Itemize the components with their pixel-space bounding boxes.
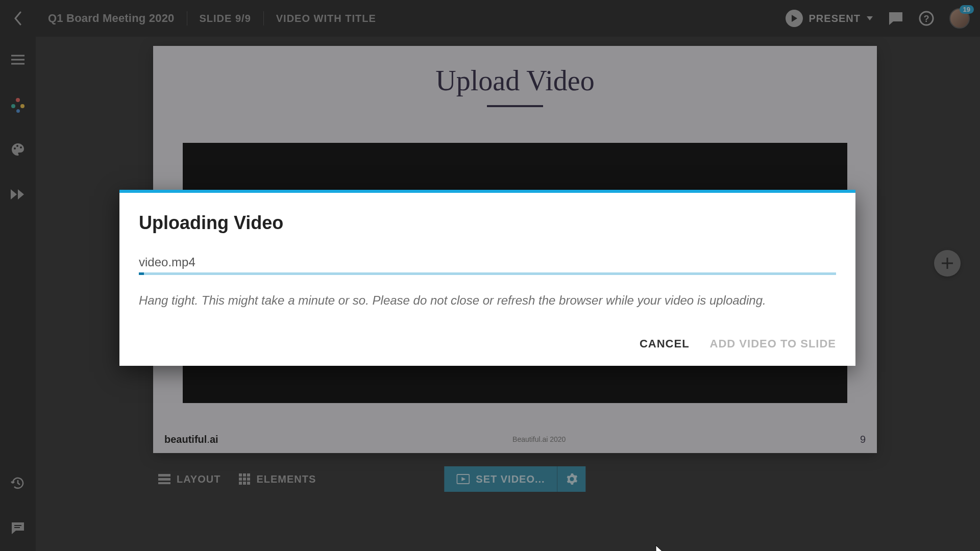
progress-bar (139, 272, 836, 275)
modal-overlay-top (0, 0, 980, 37)
app-root: Q1 Board Meeting 2020 SLIDE 9/9 VIDEO WI… (0, 0, 980, 551)
upload-hint: Hang tight. This might take a minute or … (139, 293, 836, 308)
cancel-button[interactable]: CANCEL (640, 337, 690, 350)
add-video-to-slide-button: ADD VIDEO TO SLIDE (710, 337, 836, 350)
upload-filename: video.mp4 (139, 255, 836, 269)
upload-modal: Uploading Video video.mp4 Hang tight. Th… (119, 190, 855, 366)
mouse-cursor (655, 545, 665, 551)
modal-actions: CANCEL ADD VIDEO TO SLIDE (139, 337, 836, 350)
progress-fill (139, 272, 144, 275)
modal-title: Uploading Video (139, 212, 836, 234)
modal-overlay-left (0, 37, 36, 551)
